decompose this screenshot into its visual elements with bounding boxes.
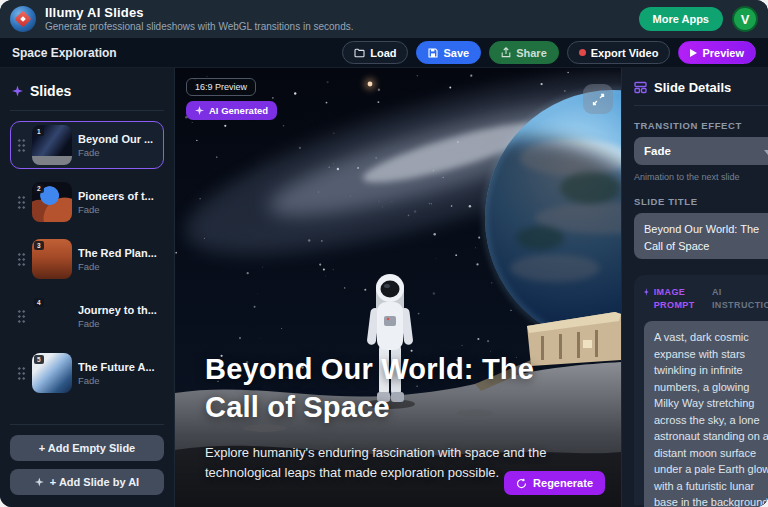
drag-handle-icon[interactable] — [17, 195, 26, 210]
ai-sparkle-icon — [195, 106, 204, 115]
slide-item-1[interactable]: 1 Beyond Our ... Fade — [10, 121, 164, 169]
project-title: Space Exploration — [12, 46, 117, 60]
app-title-block: Illumy AI Slides Generate professional s… — [45, 5, 354, 34]
slide-item-3[interactable]: 3 The Red Plan... Fade — [10, 235, 164, 283]
record-dot-icon — [579, 49, 586, 56]
slide-item-title: Pioneers of t... — [78, 190, 154, 202]
slide-title-text: Beyond Our World: The Call of Space — [205, 350, 595, 427]
tab-ai-instructions[interactable]: AI INSTRUCTIONS — [712, 286, 768, 312]
app-logo-icon — [10, 6, 36, 32]
floppy-icon — [428, 48, 438, 58]
layout-icon — [634, 81, 647, 94]
slide-number-badge: 5 — [34, 355, 44, 364]
slide-number-badge: 2 — [34, 184, 44, 193]
slides-sparkle-icon — [12, 86, 23, 97]
fullscreen-expand-button[interactable] — [583, 84, 613, 114]
slide-item-5[interactable]: 5 The Future A... Fade — [10, 349, 164, 397]
slide-number-badge: 3 — [34, 241, 44, 250]
aspect-ratio-badge: 16:9 Preview — [186, 78, 256, 96]
slide-text-overlay: Beyond Our World: The Call of Space Expl… — [205, 350, 595, 484]
user-avatar[interactable]: V — [732, 6, 758, 32]
save-button[interactable]: Save — [416, 41, 481, 64]
toolbar: Space Exploration Load Save Share Export… — [0, 38, 768, 68]
share-icon — [501, 47, 511, 58]
prompt-tabs: IMAGE PROMPT AI INSTRUCTIONS — [644, 286, 768, 312]
details-header: Slide Details — [634, 80, 768, 106]
preview-button[interactable]: Preview — [678, 41, 756, 64]
slide-thumbnail: 5 — [32, 353, 72, 393]
slide-item-title: Journey to th... — [78, 304, 157, 316]
sidebar-header: Slides — [10, 78, 164, 111]
drag-handle-icon[interactable] — [17, 252, 26, 267]
sidebar-title: Slides — [30, 83, 71, 99]
export-video-button[interactable]: Export Video — [567, 41, 671, 64]
expand-arrows-icon — [592, 93, 605, 106]
slide-thumbnail: 4 — [32, 296, 72, 336]
slide-list: 1 Beyond Our ... Fade 2 Pioneers of t...… — [10, 121, 164, 424]
slide-item-4[interactable]: 4 Journey to th... Fade — [10, 292, 164, 340]
share-button[interactable]: Share — [489, 41, 559, 64]
ai-generated-badge: AI Generated — [186, 101, 277, 120]
play-icon — [690, 49, 697, 57]
transition-hint: Animation to the next slide — [634, 172, 768, 182]
transition-effect-label: TRANSITION EFFECT — [634, 120, 768, 131]
ai-sparkle-icon — [35, 478, 44, 487]
prompt-sparkle-icon — [644, 288, 649, 296]
app-tagline: Generate professional slideshows with We… — [45, 21, 354, 34]
slide-item-transition: Fade — [78, 318, 157, 329]
slide-item-2[interactable]: 2 Pioneers of t... Fade — [10, 178, 164, 226]
prompt-card: IMAGE PROMPT AI INSTRUCTIONS A vast, dar… — [634, 275, 768, 505]
slide-thumbnail: 3 — [32, 239, 72, 279]
slide-thumbnail: 2 — [32, 182, 72, 222]
slide-item-transition: Fade — [78, 147, 153, 158]
slide-item-transition: Fade — [78, 375, 155, 386]
add-empty-slide-button[interactable]: + Add Empty Slide — [10, 435, 164, 461]
slide-details-panel: Slide Details TRANSITION EFFECT Fade Ani… — [621, 68, 768, 507]
drag-handle-icon[interactable] — [17, 309, 26, 324]
slide-item-transition: Fade — [78, 204, 154, 215]
tab-image-prompt[interactable]: IMAGE PROMPT — [644, 286, 698, 312]
transition-select[interactable]: Fade — [634, 137, 768, 165]
refresh-icon — [516, 478, 527, 489]
slide-item-transition: Fade — [78, 261, 157, 272]
app-window: Illumy AI Slides Generate professional s… — [0, 0, 768, 507]
load-button[interactable]: Load — [342, 41, 408, 64]
image-prompt-input[interactable]: A vast, dark cosmic expanse with stars t… — [644, 321, 768, 507]
slide-item-title: The Future A... — [78, 361, 155, 373]
regenerate-button[interactable]: Regenerate — [504, 471, 605, 495]
slide-number-badge: 1 — [34, 127, 44, 136]
folder-icon — [354, 48, 365, 58]
slide-item-title: The Red Plan... — [78, 247, 157, 259]
slide-item-title: Beyond Our ... — [78, 133, 153, 145]
app-header: Illumy AI Slides Generate professional s… — [0, 0, 768, 38]
slide-title-input[interactable]: Beyond Our World: The Call of Space — [634, 213, 768, 259]
slides-sidebar: Slides 1 Beyond Our ... Fade 2 — [0, 68, 175, 507]
slide-number-badge: 4 — [34, 298, 44, 307]
chevron-down-icon — [764, 150, 768, 155]
add-slide-by-ai-button[interactable]: + Add Slide by AI — [10, 469, 164, 495]
details-title: Slide Details — [654, 80, 731, 95]
drag-handle-icon[interactable] — [17, 366, 26, 381]
slide-preview-canvas: 16:9 Preview AI Generated Beyond Our Wor… — [175, 68, 621, 507]
sidebar-footer: + Add Empty Slide + Add Slide by AI — [10, 424, 164, 495]
more-apps-button[interactable]: More Apps — [639, 7, 723, 31]
slide-title-label: SLIDE TITLE — [634, 196, 768, 207]
app-title: Illumy AI Slides — [45, 5, 354, 21]
drag-handle-icon[interactable] — [17, 138, 26, 153]
slide-thumbnail: 1 — [32, 125, 72, 165]
